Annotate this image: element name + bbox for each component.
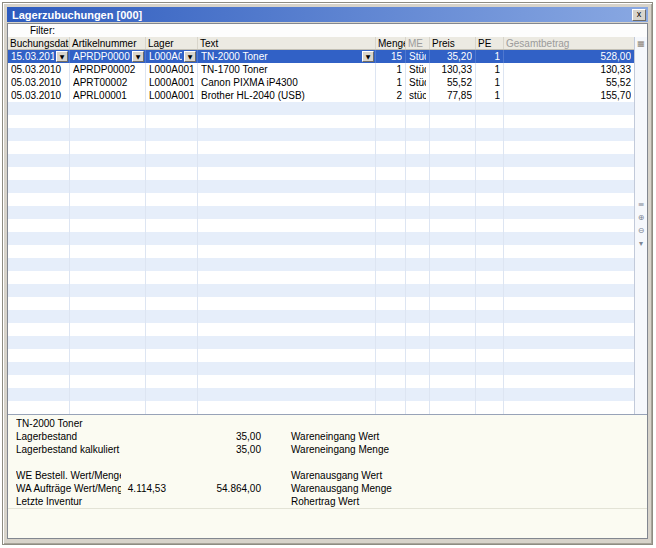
cell-empty bbox=[406, 232, 430, 245]
app-window: Lagerzubuchungen [000] x Filter: Buchung… bbox=[2, 2, 653, 545]
table-row-empty[interactable] bbox=[8, 115, 634, 128]
summary-row: Letzte InventurRohertrag Wert bbox=[8, 495, 647, 508]
cell-empty bbox=[146, 154, 198, 167]
cell-empty bbox=[406, 401, 430, 414]
dropdown-button[interactable]: ▼ bbox=[184, 51, 196, 62]
summary-panel: TN-2000 Toner Lagerbestand35,00Wareneing… bbox=[8, 414, 647, 508]
column-header-menge[interactable]: Menge bbox=[376, 37, 406, 49]
table-row[interactable]: 05.03.2010APRDP00002L000A001TN-1700 Tone… bbox=[8, 63, 634, 76]
cell-empty bbox=[8, 245, 70, 258]
cell-buchungsdatum: 05.03.2010 bbox=[8, 63, 70, 76]
cell-lager: L000A001 bbox=[146, 89, 198, 102]
cell-empty bbox=[146, 310, 198, 323]
cell-empty bbox=[146, 102, 198, 115]
table-row-empty[interactable] bbox=[8, 388, 634, 401]
side-toolbar-group: ≡⊕⊖▾ bbox=[636, 199, 647, 249]
summary-value-2: 35,00 bbox=[166, 431, 261, 442]
table-row-empty[interactable] bbox=[8, 206, 634, 219]
table-row-empty[interactable] bbox=[8, 349, 634, 362]
zoom-in-icon[interactable]: ⊕ bbox=[636, 212, 647, 223]
cell-empty bbox=[476, 336, 504, 349]
table-row-empty[interactable] bbox=[8, 297, 634, 310]
summary-row: Lagerbestand35,00Wareneingang Wert bbox=[8, 430, 647, 443]
summary-value-1: 4.114,53 bbox=[121, 483, 166, 494]
dropdown-button[interactable]: ▼ bbox=[132, 51, 144, 62]
table-row-empty[interactable] bbox=[8, 128, 634, 141]
title-bar[interactable]: Lagerzubuchungen [000] x bbox=[7, 7, 648, 22]
cell-empty bbox=[198, 258, 376, 271]
cell-empty bbox=[504, 245, 634, 258]
column-header-buchungsdatum[interactable]: Buchungsdatum bbox=[8, 37, 70, 49]
cell-empty bbox=[430, 232, 476, 245]
cell-empty bbox=[198, 362, 376, 375]
cell-empty bbox=[198, 323, 376, 336]
cell-empty bbox=[504, 141, 634, 154]
table-row-empty[interactable] bbox=[8, 310, 634, 323]
cell-empty bbox=[430, 258, 476, 271]
cell-empty bbox=[476, 141, 504, 154]
cell-menge: 15 bbox=[376, 50, 406, 63]
table-row-empty[interactable] bbox=[8, 245, 634, 258]
summary-row: Lagerbestand kalkuliert35,00Wareneingang… bbox=[8, 443, 647, 456]
cell-empty bbox=[376, 115, 406, 128]
table-row[interactable]: 05.03.2010APRT00002L000A001Canon PIXMA i… bbox=[8, 76, 634, 89]
table-row-empty[interactable] bbox=[8, 154, 634, 167]
table-row-empty[interactable] bbox=[8, 362, 634, 375]
table-row-empty[interactable] bbox=[8, 375, 634, 388]
cell-empty bbox=[476, 206, 504, 219]
table-row-empty[interactable] bbox=[8, 219, 634, 232]
table-row-selected[interactable]: 15.03.2010▼APRDP00001▼L000A001▼TN-2000 T… bbox=[8, 50, 634, 63]
table-row-empty[interactable] bbox=[8, 401, 634, 414]
table-row-empty[interactable] bbox=[8, 232, 634, 245]
table-row-empty[interactable] bbox=[8, 102, 634, 115]
table-row-empty[interactable] bbox=[8, 167, 634, 180]
window-title: Lagerzubuchungen [000] bbox=[12, 9, 632, 21]
column-chooser-icon[interactable]: ▦ bbox=[636, 38, 647, 49]
table-row-empty[interactable] bbox=[8, 271, 634, 284]
cell-empty bbox=[70, 349, 146, 362]
close-button[interactable]: x bbox=[632, 9, 646, 21]
cell-gesamtbetrag: 155,70 bbox=[504, 89, 634, 102]
cell-empty bbox=[406, 336, 430, 349]
table-row-empty[interactable] bbox=[8, 323, 634, 336]
cell-me: Stück bbox=[406, 50, 430, 63]
table-row-empty[interactable] bbox=[8, 336, 634, 349]
column-header-me[interactable]: ME bbox=[406, 37, 430, 49]
cell-empty bbox=[376, 258, 406, 271]
cell-empty bbox=[70, 401, 146, 414]
column-header-text[interactable]: Text bbox=[198, 37, 376, 49]
list-icon[interactable]: ≡ bbox=[636, 199, 647, 210]
cell-artikelnummer: APRT00002 bbox=[70, 76, 146, 89]
table-row[interactable]: 05.03.2010APRL00001L000A001Brother HL-20… bbox=[8, 89, 634, 102]
column-header-pe[interactable]: PE bbox=[476, 37, 504, 49]
zoom-out-icon[interactable]: ⊖ bbox=[636, 225, 647, 236]
cell-empty bbox=[406, 245, 430, 258]
table-row-empty[interactable] bbox=[8, 258, 634, 271]
cell-empty bbox=[8, 362, 70, 375]
cell-empty bbox=[406, 388, 430, 401]
table-row-empty[interactable] bbox=[8, 180, 634, 193]
table-row-empty[interactable] bbox=[8, 193, 634, 206]
cell-empty bbox=[8, 128, 70, 141]
cell-empty bbox=[406, 362, 430, 375]
cell-empty bbox=[430, 219, 476, 232]
dropdown-button[interactable]: ▼ bbox=[362, 51, 374, 62]
column-header-lager[interactable]: Lager bbox=[146, 37, 198, 49]
table-row-empty[interactable] bbox=[8, 284, 634, 297]
cell-empty bbox=[430, 336, 476, 349]
dropdown-button[interactable]: ▼ bbox=[56, 51, 68, 62]
cell-empty bbox=[476, 115, 504, 128]
column-header-artikelnummer[interactable]: Artikelnummer bbox=[70, 37, 146, 49]
cell-empty bbox=[146, 115, 198, 128]
expand-icon[interactable]: ▾ bbox=[636, 238, 647, 249]
column-header-preis[interactable]: Preis bbox=[430, 37, 476, 49]
cell-empty bbox=[430, 245, 476, 258]
column-header-gesamtbetrag[interactable]: Gesamtbetrag bbox=[504, 37, 634, 49]
cell-empty bbox=[406, 102, 430, 115]
cell-text: TN-1700 Toner bbox=[198, 63, 376, 76]
cell-pe: 1 bbox=[476, 89, 504, 102]
cell-empty bbox=[146, 362, 198, 375]
table-row-empty[interactable] bbox=[8, 141, 634, 154]
cell-empty bbox=[430, 141, 476, 154]
cell-empty bbox=[406, 284, 430, 297]
